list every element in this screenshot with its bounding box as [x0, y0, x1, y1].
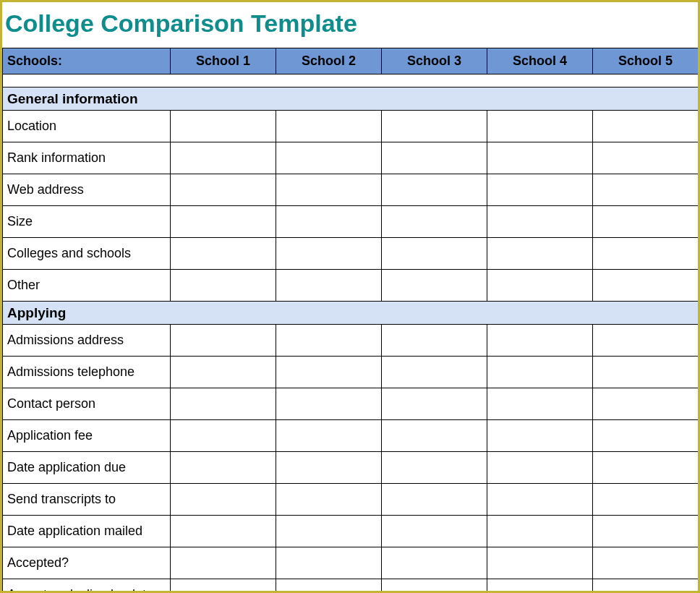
data-cell[interactable] — [487, 142, 593, 174]
row-label: Web address — [3, 174, 171, 206]
data-cell[interactable] — [171, 516, 276, 547]
section-header-row: Applying — [3, 302, 699, 325]
data-cell[interactable] — [276, 174, 382, 206]
data-cell[interactable] — [276, 206, 382, 238]
data-cell[interactable] — [593, 111, 699, 142]
header-rowlabel: Schools: — [3, 48, 171, 74]
data-cell[interactable] — [382, 142, 487, 174]
data-cell[interactable] — [276, 238, 382, 270]
data-cell[interactable] — [382, 111, 487, 142]
data-cell[interactable] — [171, 357, 276, 388]
data-cell[interactable] — [487, 270, 593, 302]
data-cell[interactable] — [487, 111, 593, 142]
data-cell[interactable] — [276, 325, 382, 357]
data-cell[interactable] — [487, 516, 593, 547]
data-cell[interactable] — [171, 270, 276, 302]
data-cell[interactable] — [382, 484, 487, 516]
data-cell[interactable] — [171, 452, 276, 484]
data-cell[interactable] — [382, 516, 487, 547]
data-cell[interactable] — [171, 388, 276, 420]
data-cell[interactable] — [593, 579, 699, 594]
data-cell[interactable] — [593, 547, 699, 579]
data-cell[interactable] — [171, 484, 276, 516]
data-cell[interactable] — [487, 357, 593, 388]
data-cell[interactable] — [487, 579, 593, 594]
data-cell[interactable] — [276, 420, 382, 452]
data-cell[interactable] — [382, 388, 487, 420]
spacer-row — [3, 74, 699, 88]
header-col-1: School 1 — [171, 48, 276, 74]
data-cell[interactable] — [171, 142, 276, 174]
table-row: Other — [3, 270, 699, 302]
header-col-4: School 4 — [487, 48, 593, 74]
data-cell[interactable] — [593, 174, 699, 206]
data-cell[interactable] — [382, 270, 487, 302]
data-cell[interactable] — [487, 484, 593, 516]
data-cell[interactable] — [171, 238, 276, 270]
row-label: Date application due — [3, 452, 171, 484]
data-cell[interactable] — [171, 111, 276, 142]
data-cell[interactable] — [487, 174, 593, 206]
table-row: Application fee — [3, 420, 699, 452]
data-cell[interactable] — [276, 579, 382, 594]
data-cell[interactable] — [276, 142, 382, 174]
data-cell[interactable] — [593, 388, 699, 420]
row-label: Accepted? — [3, 547, 171, 579]
data-cell[interactable] — [276, 270, 382, 302]
data-cell[interactable] — [382, 357, 487, 388]
data-cell[interactable] — [382, 206, 487, 238]
data-cell[interactable] — [487, 420, 593, 452]
row-label: Colleges and schools — [3, 238, 171, 270]
data-cell[interactable] — [171, 420, 276, 452]
data-cell[interactable] — [382, 420, 487, 452]
data-cell[interactable] — [276, 111, 382, 142]
data-cell[interactable] — [276, 516, 382, 547]
data-cell[interactable] — [382, 325, 487, 357]
data-cell[interactable] — [487, 547, 593, 579]
data-cell[interactable] — [171, 174, 276, 206]
row-label: Contact person — [3, 388, 171, 420]
data-cell[interactable] — [382, 174, 487, 206]
table-row: Size — [3, 206, 699, 238]
data-cell[interactable] — [171, 579, 276, 594]
table-row: Rank information — [3, 142, 699, 174]
data-cell[interactable] — [593, 325, 699, 357]
data-cell[interactable] — [593, 420, 699, 452]
data-cell[interactable] — [593, 452, 699, 484]
table-row: Colleges and schools — [3, 238, 699, 270]
data-cell[interactable] — [382, 547, 487, 579]
data-cell[interactable] — [382, 579, 487, 594]
table-row: Admissions telephone — [3, 357, 699, 388]
data-cell[interactable] — [171, 206, 276, 238]
data-cell[interactable] — [487, 325, 593, 357]
data-cell[interactable] — [171, 325, 276, 357]
table-row: Accepted? — [3, 547, 699, 579]
data-cell[interactable] — [593, 516, 699, 547]
table-row: Send transcripts to — [3, 484, 699, 516]
data-cell[interactable] — [487, 238, 593, 270]
data-cell[interactable] — [487, 206, 593, 238]
data-cell[interactable] — [593, 142, 699, 174]
data-cell[interactable] — [171, 547, 276, 579]
row-label: Other — [3, 270, 171, 302]
data-cell[interactable] — [487, 452, 593, 484]
row-label: Size — [3, 206, 171, 238]
data-cell[interactable] — [593, 357, 699, 388]
data-cell[interactable] — [593, 206, 699, 238]
data-cell[interactable] — [593, 270, 699, 302]
row-label: Location — [3, 111, 171, 142]
data-cell[interactable] — [276, 388, 382, 420]
data-cell[interactable] — [487, 388, 593, 420]
data-cell[interactable] — [276, 547, 382, 579]
row-label: Send transcripts to — [3, 484, 171, 516]
header-col-5: School 5 — [593, 48, 699, 74]
data-cell[interactable] — [593, 238, 699, 270]
data-cell[interactable] — [276, 357, 382, 388]
table-row: Location — [3, 111, 699, 142]
data-cell[interactable] — [276, 484, 382, 516]
data-cell[interactable] — [593, 484, 699, 516]
table-row: Date application mailed — [3, 516, 699, 547]
data-cell[interactable] — [276, 452, 382, 484]
data-cell[interactable] — [382, 452, 487, 484]
data-cell[interactable] — [382, 238, 487, 270]
